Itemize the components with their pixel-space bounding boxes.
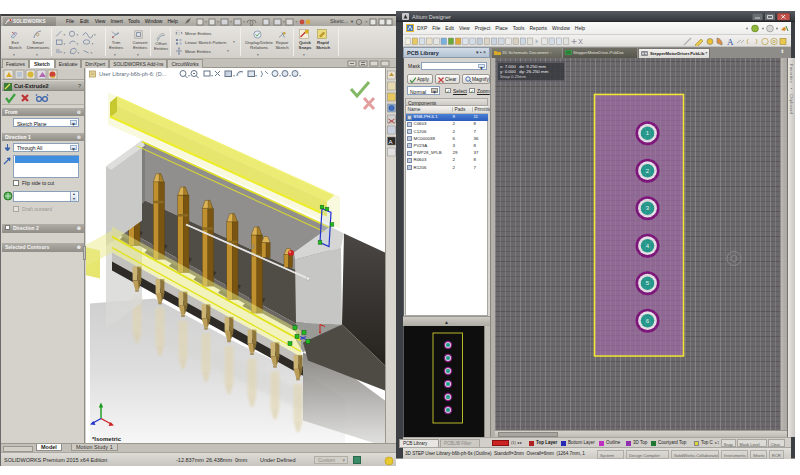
svg-text:▾: ▾ <box>91 51 93 55</box>
svg-text:▾: ▾ <box>64 42 66 46</box>
svg-text:▾: ▾ <box>64 33 66 37</box>
svg-text:A: A <box>727 37 734 46</box>
svg-text:▾: ▾ <box>64 51 66 55</box>
svg-text:▾: ▾ <box>94 33 96 37</box>
svg-text:▾: ▾ <box>78 51 80 55</box>
svg-text:▾: ▾ <box>77 33 79 37</box>
svg-text:*Isometric: *Isometric <box>92 435 122 441</box>
svg-text:A: A <box>388 139 392 145</box>
svg-text:▾: ▾ <box>92 42 94 46</box>
svg-text:▾: ▾ <box>77 42 79 46</box>
